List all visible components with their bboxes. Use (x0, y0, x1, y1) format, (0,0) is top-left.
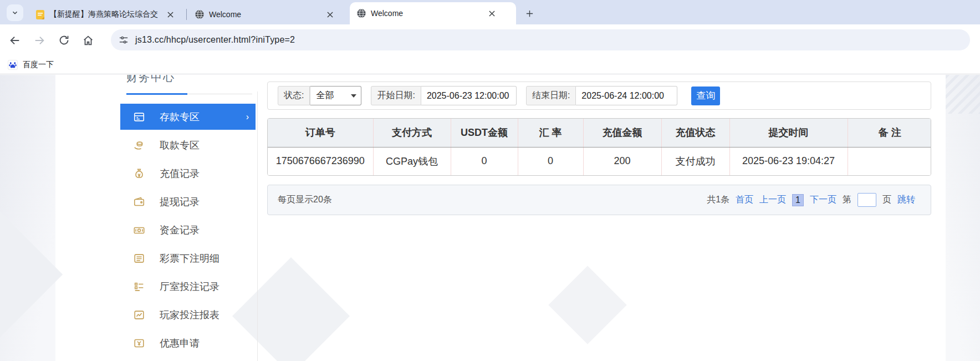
wallet-icon (133, 196, 145, 208)
tab-forum[interactable]: 【新提醒】海燕策略论坛综合交 (29, 4, 185, 24)
sidebar-item-fund-records[interactable]: 资金记录 (114, 216, 258, 244)
close-icon[interactable] (165, 9, 176, 20)
tab-welcome-active[interactable]: Welcome (350, 2, 516, 24)
sidebar-item-label: 充值记录 (160, 167, 200, 180)
url-text[interactable]: js13.cc/hhcp/usercenter.html?iniType=2 (135, 35, 295, 45)
cell-status: 支付成功 (661, 147, 729, 175)
table-header-row: 订单号 支付方式 USDT金额 汇 率 充值金额 充值状态 提交时间 备 注 (268, 119, 931, 147)
sidebar-item-label: 玩家投注报表 (160, 308, 220, 322)
bookmarks-bar: 百度一下 (0, 56, 980, 74)
reload-button[interactable] (54, 31, 73, 50)
page-viewport: 财务中心 存款专区 › 取款专区 (0, 75, 980, 361)
bookmark-baidu[interactable]: 百度一下 (23, 60, 54, 70)
room-bet-icon (133, 281, 145, 293)
start-date-input[interactable]: 2025-06-23 12:00:00 (421, 86, 517, 105)
filter-bar: 状态: 全部 开始日期: 2025-06-23 12:00:00 结束日期: 2… (267, 82, 931, 110)
sidebar-item-label: 优惠申请 (160, 337, 200, 350)
cell-order-id: 1750676667236990 (268, 147, 373, 175)
cell-remark (848, 147, 931, 175)
sidebar-item-label: 厅室投注记录 (160, 280, 220, 293)
sidebar-item-deposit-zone[interactable]: 存款专区 › (120, 104, 256, 130)
tab-title: Welcome (209, 10, 320, 19)
sidebar-item-recharge-records[interactable]: 充值记录 (114, 159, 258, 187)
sidebar-title-underline (126, 94, 252, 94)
next-page-link[interactable]: 下一页 (810, 194, 836, 206)
table-row: 1750676667236990 CGPay钱包 0 0 200 支付成功 20… (268, 147, 931, 175)
sidebar-item-label: 取款专区 (160, 139, 200, 152)
jump-prefix-label: 第 (843, 194, 851, 206)
sidebar-item-player-bet-report[interactable]: 玩家投注报表 (114, 301, 258, 329)
chevron-down-icon (11, 9, 19, 17)
globe-icon (356, 8, 366, 18)
forward-button[interactable] (30, 31, 49, 50)
jump-button[interactable]: 跳转 (897, 194, 915, 206)
baidu-icon (8, 60, 18, 70)
back-button[interactable] (6, 31, 24, 50)
close-icon[interactable] (486, 8, 497, 19)
sidebar-item-promo-apply[interactable]: 优惠申请 (114, 329, 258, 357)
sidebar-item-lottery-bet-detail[interactable]: 彩票下注明细 (114, 244, 258, 272)
pagination-bar: 每页显示20条 共1条 首页 上一页 1 下一页 第 页 跳转 (267, 185, 931, 215)
col-recharge-amount: 充值金额 (583, 119, 661, 147)
finance-sidebar: 财务中心 存款专区 › 取款专区 (114, 75, 258, 361)
pagination-controls: 共1条 首页 上一页 1 下一页 第 页 跳转 (707, 193, 915, 207)
end-date-input[interactable]: 2025-06-24 12:00:00 (576, 86, 677, 105)
search-button[interactable]: 查询 (691, 87, 720, 105)
browser-toolbar: js13.cc/hhcp/usercenter.html?iniType=2 (0, 24, 980, 56)
col-usdt-amount: USDT金额 (451, 119, 518, 147)
close-icon[interactable] (324, 9, 335, 20)
sidebar-item-room-bet-records[interactable]: 厅室投注记录 (114, 272, 258, 301)
tab-search-button[interactable] (7, 4, 23, 21)
prev-page-link[interactable]: 上一页 (759, 194, 786, 206)
cell-usdt-amount: 0 (451, 147, 518, 175)
lottery-detail-icon (133, 252, 145, 265)
sidebar-item-label: 彩票下注明细 (160, 252, 220, 265)
tab-welcome-1[interactable]: Welcome (188, 4, 350, 24)
sidebar-title: 财务中心 (126, 75, 175, 85)
cell-recharge-amount: 200 (583, 147, 661, 175)
status-select-value: 全部 (316, 90, 334, 101)
moneybag-icon (133, 167, 145, 180)
tab-strip: 【新提醒】海燕策略论坛综合交 Welcome Welcome (0, 0, 980, 24)
sidebar-menu: 存款专区 › 取款专区 充值记录 (114, 104, 258, 357)
decorative-triangle (548, 266, 626, 344)
recharge-table: 订单号 支付方式 USDT金额 汇 率 充值金额 充值状态 提交时间 备 注 1 (267, 118, 931, 176)
cell-pay-method: CGPay钱包 (373, 147, 451, 175)
address-bar[interactable]: js13.cc/hhcp/usercenter.html?iniType=2 (111, 29, 970, 50)
sidebar-item-withdraw-records[interactable]: 提现记录 (114, 187, 258, 216)
withdraw-hand-icon (133, 139, 145, 151)
tab-divider (186, 9, 187, 20)
start-date-label: 开始日期: (371, 86, 421, 105)
coupon-icon (133, 337, 145, 349)
background-gradient-right (946, 75, 980, 361)
new-tab-button[interactable] (522, 6, 537, 21)
background-pattern (946, 75, 980, 114)
tab-title: 【新提醒】海燕策略论坛综合交 (49, 9, 160, 19)
start-date-group: 开始日期: 2025-06-23 12:00:00 (371, 86, 516, 105)
current-page-badge: 1 (792, 194, 804, 206)
yellow-doc-icon (35, 9, 45, 20)
col-status: 充值状态 (661, 119, 729, 147)
chevron-right-icon: › (246, 112, 249, 122)
sidebar-item-label: 资金记录 (160, 223, 200, 237)
sidebar-item-label: 提现记录 (160, 195, 200, 209)
sidebar-item-label: 存款专区 (160, 110, 200, 124)
per-page-label: 每页显示20条 (278, 194, 332, 206)
col-order-id: 订单号 (268, 119, 373, 147)
col-pay-method: 支付方式 (373, 119, 451, 147)
jump-suffix-label: 页 (882, 194, 891, 206)
jump-page-input[interactable] (858, 193, 876, 207)
sidebar-item-withdraw-zone[interactable]: 取款专区 (114, 131, 258, 159)
cell-rate: 0 (518, 147, 583, 175)
cell-submit-time: 2025-06-23 19:04:27 (729, 147, 848, 175)
home-button[interactable] (79, 31, 98, 50)
browser-window: 【新提醒】海燕策略论坛综合交 Welcome Welcome (0, 0, 980, 361)
site-settings-icon[interactable] (119, 35, 129, 45)
status-filter-group: 状态: 全部 (278, 86, 361, 105)
banknote-icon (133, 224, 145, 236)
status-select[interactable]: 全部 (310, 86, 361, 105)
first-page-link[interactable]: 首页 (736, 194, 753, 206)
end-date-label: 结束日期: (526, 86, 576, 105)
col-submit-time: 提交时间 (729, 119, 848, 147)
total-count-label: 共1条 (707, 194, 729, 206)
